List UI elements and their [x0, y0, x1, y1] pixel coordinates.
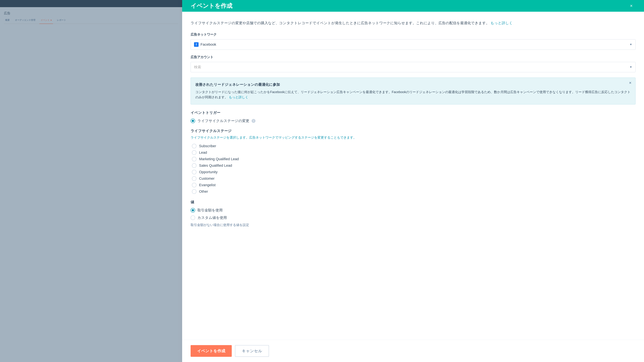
tab-active: イベント ● [39, 18, 53, 24]
mql-radio[interactable] [192, 157, 196, 161]
info-box-close-button[interactable]: ✕ [628, 80, 633, 85]
panel-title: イベントを作成 [190, 2, 232, 10]
value-deal-radio[interactable] [190, 208, 195, 213]
trigger-info-icon[interactable]: i [252, 119, 256, 123]
facebook-icon: f [194, 42, 198, 47]
trigger-radio-option[interactable]: ライフサイクルステージの変更 i [190, 118, 636, 123]
customer-radio[interactable] [192, 176, 196, 181]
panel-body: ライフサイクルステージの変更や店舗での購入など、コンタクトレコードでイベントが発… [182, 12, 644, 340]
trigger-radio-button[interactable] [190, 119, 195, 123]
list-item[interactable]: Sales Qualified Lead [192, 163, 636, 168]
subscriber-label: Subscriber [199, 144, 216, 148]
info-box-text: コンタクトがリードになった後に何が起こったかをFacebookに伝えて、リードジ… [195, 89, 631, 100]
topbar [0, 0, 182, 7]
list-item[interactable]: Opportunity [192, 170, 636, 174]
ad-network-label: 広告ネットワーク [190, 32, 636, 37]
ad-account-label: 広告アカウント [190, 55, 636, 59]
sql-radio[interactable] [192, 163, 196, 168]
mql-label: Marketing Qualified Lead [199, 157, 239, 161]
ad-account-dropdown-container: 検索 ▼ [190, 62, 636, 72]
other-radio[interactable] [192, 189, 196, 194]
lifecycle-stage-desc: ライフサイクルステージを選択します。広告ネットワークでマッピングするステージを変… [190, 135, 636, 140]
trigger-radio-label: ライフサイクルステージの変更 [198, 118, 249, 123]
value-option-custom[interactable]: カスタム値を使用 [190, 215, 636, 220]
other-label: Other [199, 189, 208, 194]
ad-network-dropdown-container: f Facebook ▼ [190, 39, 636, 50]
info-box-title: 改善されたリードジェネレーションの最適化に参加 [195, 82, 631, 87]
value-option-deal[interactable]: 取引金額を使用 [190, 208, 636, 213]
panel-footer: イベントを作成 キャンセル [182, 340, 644, 362]
background-content: 広告 概要 オーディエンス管理 イベント ● レポート [0, 0, 182, 362]
event-create-panel: イベントを作成 × ライフサイクルステージの変更や店舗での購入など、コンタクトレ… [182, 0, 644, 362]
ad-network-dropdown[interactable]: f Facebook ▼ [190, 39, 636, 50]
page-wrapper: 広告 概要 オーディエンス管理 イベント ● レポート イベントを作成 × ライ… [0, 0, 644, 362]
tabs-bar: 概要 オーディエンス管理 イベント ● レポート [4, 18, 178, 24]
tab-overview: 概要 [4, 18, 11, 22]
dropdown-arrow-icon: ▼ [630, 43, 632, 46]
opportunity-label: Opportunity [199, 170, 218, 174]
lifecycle-stage-label: ライフサイクルステージ [190, 128, 636, 133]
ad-account-dropdown[interactable]: 検索 ▼ [190, 62, 636, 72]
value-desc: 取引金額がない場合に使用する値を設定 [190, 223, 636, 227]
value-section: 値 取引金額を使用 カスタム値を使用 取引金額がない場合に使用する値を設定 [190, 200, 636, 227]
main-content: 広告 概要 オーディエンス管理 イベント ● レポート [0, 7, 182, 31]
value-deal-label: 取引金額を使用 [198, 208, 223, 213]
ad-account-placeholder: 検索 [194, 65, 201, 69]
panel-header: イベントを作成 × [182, 0, 644, 12]
evangelist-radio[interactable] [192, 183, 196, 187]
list-item[interactable]: Subscriber [192, 144, 636, 148]
value-custom-label: カスタム値を使用 [198, 215, 227, 220]
value-label: 値 [190, 200, 636, 205]
list-item[interactable]: Marketing Qualified Lead [192, 157, 636, 161]
lead-radio[interactable] [192, 150, 196, 155]
subscriber-radio[interactable] [192, 144, 196, 148]
intro-link[interactable]: もっと詳しく [490, 21, 513, 25]
lead-label: Lead [199, 150, 207, 155]
intro-text: ライフサイクルステージの変更や店舗での購入など、コンタクトレコードでイベントが発… [190, 20, 636, 26]
ad-network-value: Facebook [200, 42, 216, 47]
section-title: 広告 [4, 11, 178, 15]
ad-account-arrow-icon: ▼ [630, 66, 632, 68]
list-item[interactable]: Other [192, 189, 636, 194]
sql-label: Sales Qualified Lead [199, 163, 232, 168]
create-event-button[interactable]: イベントを作成 [190, 345, 232, 357]
tab-reports: レポート [56, 18, 67, 22]
opportunity-radio[interactable] [192, 170, 196, 174]
list-item[interactable]: Lead [192, 150, 636, 155]
close-button[interactable]: × [627, 2, 636, 10]
list-item[interactable]: Evangelist [192, 183, 636, 187]
event-trigger-label: イベントトリガー [190, 110, 636, 115]
cancel-button[interactable]: キャンセル [235, 345, 269, 357]
lifecycle-section: ライフサイクルステージ ライフサイクルステージを選択します。広告ネットワークでマ… [190, 128, 636, 194]
tab-audiences: オーディエンス管理 [14, 18, 37, 22]
info-box-link[interactable]: もっと詳しく [229, 95, 248, 99]
list-item[interactable]: Customer [192, 176, 636, 181]
customer-label: Customer [199, 176, 214, 181]
info-box: 改善されたリードジェネレーションの最適化に参加 コンタクトがリードになった後に何… [190, 77, 636, 104]
lifecycle-stage-list: Subscriber Lead Marketing Qualified Lead… [192, 144, 636, 194]
evangelist-label: Evangelist [199, 183, 216, 187]
value-custom-radio[interactable] [190, 215, 195, 220]
